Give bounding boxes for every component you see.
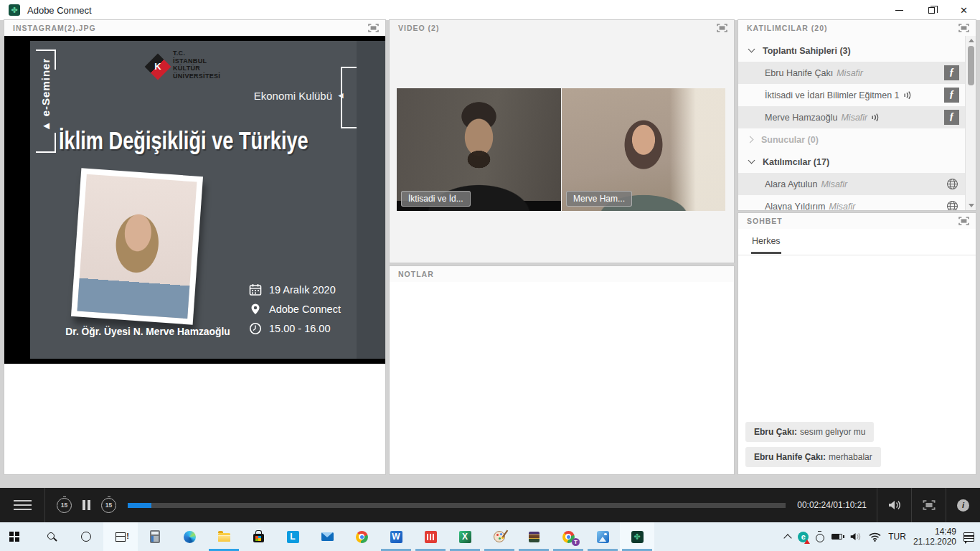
edge-button[interactable] [172,522,207,551]
participant-row[interactable]: Ebru Hanife ÇakıMisafir ƒ [738,62,965,84]
restore-icon [928,7,935,14]
store-icon [253,534,264,542]
chrome-profile-button[interactable]: T [551,522,585,551]
cortana-button[interactable] [69,522,103,551]
flash-status-icon[interactable]: ƒ [944,110,959,125]
expand-icon[interactable] [717,24,727,32]
action-center-icon[interactable] [963,532,974,542]
speaker-photo [71,168,203,324]
minimize-button[interactable] [883,0,915,20]
share-pod: INSTAGRAM(2).JPG ▲ e-Seminer K T.C. İSTA… [4,20,385,474]
scroll-down-icon[interactable] [969,204,974,207]
participants-pod-title: KATILIMCILAR (20) [747,24,827,32]
capture-tray-icon[interactable] [816,534,824,542]
pause-button[interactable] [83,500,85,510]
participant-row[interactable]: Alayna YıldırımMisafir [738,195,965,210]
start-button[interactable] [0,522,34,551]
window-titlebar: ✤ Adobe Connect ✕ [0,0,980,20]
participant-name: Ebru Hanife Çakı [765,68,833,78]
participant-row[interactable]: Alara AytulunMisafir [738,173,965,195]
webcam-name-label: İktisadi ve İd... [401,191,471,207]
webcam-feed-instructor[interactable]: İktisadi ve İd... [397,88,561,211]
cortana-icon [81,532,91,542]
skip-forward-15-button[interactable]: 15 [101,498,116,513]
scroll-up-icon[interactable] [969,39,974,42]
webcam-feed-merve[interactable]: Merve Ham... [562,88,725,211]
restore-button[interactable] [915,0,948,20]
seminar-date-row: 19 Aralık 2020 [249,283,341,296]
volume-button[interactable] [877,499,911,511]
seminar-hours: 15.00 - 16.00 [269,323,330,334]
tray-overflow-chevron-icon[interactable] [784,534,792,542]
share-pod-header: INSTAGRAM(2).JPG [4,20,385,36]
volume-tray-icon[interactable] [849,532,862,542]
university-name: T.C. İSTANBUL KÜLTÜR ÜNİVERSİTESİ [173,50,220,80]
university-logo: K T.C. İSTANBUL KÜLTÜR ÜNİVERSİTESİ [149,50,220,80]
e-seminer-badge: ▲ e-Seminer [39,52,54,138]
antivirus-tray-icon[interactable]: e [798,532,809,542]
excel-button[interactable]: X [448,522,482,551]
group-presenters[interactable]: Sunucular (0) [738,128,965,151]
flash-status-icon[interactable]: ƒ [944,88,959,103]
skip-back-15-button[interactable]: 15 [57,498,72,513]
paint-button[interactable] [482,522,517,551]
task-view-icon [116,532,126,542]
speaking-icon [871,113,880,122]
l-app-button[interactable]: L [275,522,310,551]
participants-scrollbar[interactable] [965,36,976,210]
playback-bar: 15 15 00:02:24/01:10:21 i [0,488,980,522]
red-app-button[interactable] [413,522,448,551]
progress-bar[interactable] [128,503,786,508]
globe-icon [946,200,958,210]
chat-text: merhabalar [829,452,872,462]
scrollbar-thumb[interactable] [968,46,974,85]
mail-button[interactable] [310,522,344,551]
close-button[interactable]: ✕ [948,0,980,20]
word-icon: W [390,531,402,543]
adobe-connect-taskbar-button[interactable]: ✤ [620,522,654,551]
clock-icon [249,322,262,335]
file-explorer-button[interactable] [207,522,241,551]
poster-right-strip [357,41,385,359]
word-button[interactable]: W [379,522,413,551]
task-view-button[interactable] [103,522,138,551]
seminar-platform: Adobe Connect [269,303,341,315]
clock[interactable]: 14:49 21.12.2020 [913,527,956,547]
windows-logo-icon [9,532,14,536]
expand-icon[interactable] [958,24,969,32]
participant-row[interactable]: İktisadi ve İdari Bilimler Eğitmen 1 ƒ [738,84,965,106]
wifi-icon[interactable] [869,532,881,542]
expand-icon[interactable] [368,24,379,32]
photos-button[interactable] [585,522,620,551]
flash-status-icon[interactable]: ƒ [944,65,959,80]
university-logo-icon: K [145,54,171,80]
hamburger-icon [14,500,32,510]
seminar-hours-row: 15.00 - 16.00 [249,322,341,335]
chrome-button[interactable] [344,522,379,551]
battery-icon[interactable] [831,534,842,540]
microsoft-store-button[interactable] [241,522,275,551]
shared-poster-image: ▲ e-Seminer K T.C. İSTANBUL KÜLTÜR ÜNİVE… [4,36,385,364]
winrar-icon [529,532,540,542]
info-button[interactable]: i [946,499,980,512]
group-hosts[interactable]: Toplantı Sahipleri (3) [738,39,965,62]
search-button[interactable] [34,522,69,551]
winrar-button[interactable] [517,522,551,551]
expand-icon[interactable] [958,217,969,225]
participant-row[interactable]: Merve HamzaoğluMisafir ƒ [738,106,965,128]
menu-button[interactable] [0,500,44,510]
video-pod: VIDEO (2) İktisadi ve İd... Merve Ham... [390,20,734,263]
language-indicator[interactable]: TUR [888,532,906,542]
tray-date: 21.12.2020 [913,537,956,547]
video-pod-header: VIDEO (2) [390,20,734,36]
adobe-connect-app-icon: ✤ [9,4,20,16]
group-attendees[interactable]: Katılımcılar (17) [738,151,965,173]
calculator-button[interactable] [138,522,172,551]
adobe-connect-window: ✤ Adobe Connect ✕ INSTAGRAM(2).JPG ▲ e-S… [0,0,980,551]
participant-role: Misafir [821,179,847,189]
seminar-platform-row: Adobe Connect [249,303,341,316]
participant-name: Alara Aytulun [765,179,817,189]
tab-everyone[interactable]: Herkes [751,236,781,254]
fullscreen-button[interactable] [912,500,946,510]
info-icon: i [957,499,969,512]
